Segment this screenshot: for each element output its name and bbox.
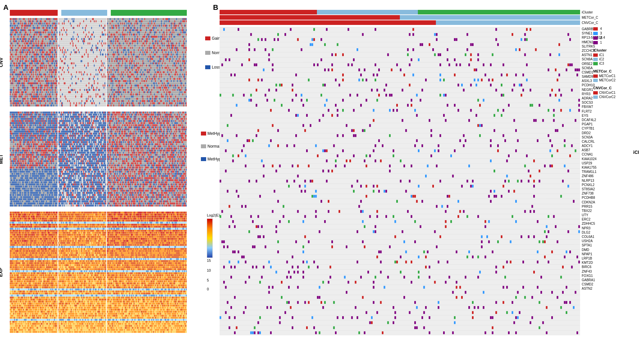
gene-label: PCNXL2 bbox=[582, 183, 634, 187]
metcor-bar-c1 bbox=[220, 15, 400, 20]
gene-label: KMT2D bbox=[582, 260, 634, 265]
metcor-legend: METCor_C METCorC1 METCorC2 bbox=[593, 69, 639, 82]
cnvcor1-label: CNVCorC1 bbox=[599, 91, 615, 94]
icluster-bar bbox=[220, 10, 580, 14]
gene-label: CYP7B1 bbox=[582, 126, 634, 131]
metcor1-swatch bbox=[593, 74, 598, 78]
ic3-legend-label: iC3 bbox=[599, 62, 604, 65]
gene-label: FLRT2 bbox=[582, 109, 634, 114]
num4-label: 4 bbox=[600, 27, 602, 31]
icluster-legend: iCluster iC1 iC2 iC3 bbox=[593, 48, 639, 65]
panel-b: B iCluster METCor_C CNVCor_C bbox=[213, 3, 641, 348]
panel-a-label: A bbox=[3, 3, 9, 12]
colorbar-ic3 bbox=[111, 10, 187, 16]
colorbar-gap2 bbox=[107, 10, 111, 16]
num2-label: 2 bbox=[600, 36, 602, 40]
icluster-bar-ic2 bbox=[317, 10, 418, 14]
gene-label: USH2A bbox=[582, 239, 634, 243]
ic3-legend-swatch bbox=[593, 62, 598, 65]
ic2-legend-label: iC2 bbox=[599, 57, 604, 61]
gene-label: NPAP1 bbox=[582, 252, 634, 256]
num3-label: 3 bbox=[600, 31, 602, 35]
gene-label: NLRP13 bbox=[582, 178, 634, 183]
metcor2-label: METCorC2 bbox=[599, 78, 615, 82]
num1-swatch bbox=[593, 41, 598, 44]
exp-section: EXP bbox=[10, 212, 187, 333]
gene-label: PCDHB8 bbox=[582, 196, 634, 200]
gene-label: EYS bbox=[582, 114, 634, 118]
gene-label: ZNF738 bbox=[582, 191, 634, 196]
gene-label: ERC2 bbox=[582, 217, 634, 221]
gene-label: DCAF4L2 bbox=[582, 118, 634, 122]
top-bar-labels: iCluster METCor_C CNVCor_C bbox=[582, 10, 598, 26]
gene-label: SPTA1 bbox=[582, 243, 634, 247]
metcor2-swatch bbox=[593, 79, 598, 82]
icluster-bar-ic1 bbox=[220, 10, 317, 14]
number-legend: 4 3 2 1 bbox=[593, 27, 639, 44]
gene-label: NPR3 bbox=[582, 226, 634, 230]
gene-label: CCNA1 bbox=[582, 152, 634, 156]
metcor-legend-title: METCor_C bbox=[593, 69, 639, 73]
gain-swatch bbox=[205, 36, 210, 40]
colorbar-ic2 bbox=[61, 10, 107, 16]
gene-label: DMD bbox=[582, 248, 634, 252]
gene-label: TBX22 bbox=[582, 209, 634, 213]
panel-a: A CNV MET EXP Gain bbox=[3, 3, 193, 348]
exp-label: EXP bbox=[0, 268, 3, 277]
gene-label: KIAA1024 bbox=[582, 157, 634, 161]
ic1-legend-label: iC1 bbox=[599, 53, 604, 57]
cnv-section: CNV bbox=[10, 18, 187, 107]
cnvcor-legend-title: CNVCor_C bbox=[593, 86, 639, 90]
legend-b: 4 3 2 1 iCluster iC1 bbox=[593, 27, 639, 103]
main-container: A CNV MET EXP Gain bbox=[0, 0, 644, 354]
gene-label: CSMD2 bbox=[582, 282, 634, 286]
gene-label: UTY bbox=[582, 213, 634, 217]
ic2-legend-swatch bbox=[593, 58, 598, 61]
gene-label: PGAP1 bbox=[582, 122, 634, 126]
met-section: MET bbox=[10, 112, 187, 207]
cnvcor-bar-label: CNVCor_C bbox=[582, 20, 598, 26]
gene-label: PRR15 bbox=[582, 204, 634, 209]
panel-b-label: B bbox=[213, 3, 218, 12]
cnvcor2-label: CNVCorC2 bbox=[599, 95, 615, 99]
cnvcor-bar bbox=[220, 20, 580, 25]
gene-label: KIAA1755 bbox=[582, 165, 634, 170]
gene-label: COL6A1 bbox=[582, 235, 634, 239]
exp-gradient-bar bbox=[207, 219, 213, 258]
gene-label: CDKN2A bbox=[582, 200, 634, 204]
methypo-swatch bbox=[201, 157, 206, 161]
top-colorbar-a bbox=[10, 10, 187, 16]
gene-label: ZDHHC5 bbox=[582, 221, 634, 226]
cnvcor-legend: CNVCor_C CNVCorC1 CNVCorC2 bbox=[593, 86, 639, 99]
gene-label: GABRA1 bbox=[582, 278, 634, 282]
icluster-bar-label: iCluster bbox=[582, 10, 598, 15]
colorbar-ic1 bbox=[10, 10, 58, 16]
cnvcor-bar-c1 bbox=[220, 20, 436, 25]
gene-label: CALCRL bbox=[582, 139, 634, 144]
icluster-legend-title: iCluster bbox=[593, 48, 639, 52]
ici-label: iCI bbox=[633, 150, 639, 155]
top-bars-b bbox=[220, 10, 580, 26]
gene-label: FOXG1 bbox=[582, 274, 634, 278]
num3-swatch bbox=[593, 32, 598, 35]
metcor1-label: METCorC1 bbox=[599, 74, 615, 78]
met-normal-swatch bbox=[201, 144, 206, 148]
gene-label: DLG2 bbox=[582, 230, 634, 235]
colorbar-gap1 bbox=[58, 10, 61, 16]
icluster-bar-ic3 bbox=[418, 10, 580, 14]
loss-swatch bbox=[205, 65, 210, 69]
cnv-label: CNV bbox=[0, 57, 4, 67]
metcor-bar-label: METCor_C bbox=[582, 15, 598, 20]
cnv-heatmap bbox=[10, 18, 187, 107]
oncoprint-container bbox=[220, 27, 580, 335]
cnvcor1-swatch bbox=[593, 91, 598, 94]
methyper-swatch bbox=[201, 132, 206, 135]
gene-label: FBXW7 bbox=[582, 105, 634, 109]
metcor-bar-c2 bbox=[400, 15, 580, 20]
exp-heatmap bbox=[10, 212, 187, 333]
oncoprint-canvas bbox=[220, 27, 580, 335]
gene-label: TRAM1L1 bbox=[582, 170, 634, 174]
ic1-legend-swatch bbox=[593, 53, 598, 57]
met-label: MET bbox=[0, 154, 4, 164]
gene-label: USP29 bbox=[582, 161, 634, 165]
